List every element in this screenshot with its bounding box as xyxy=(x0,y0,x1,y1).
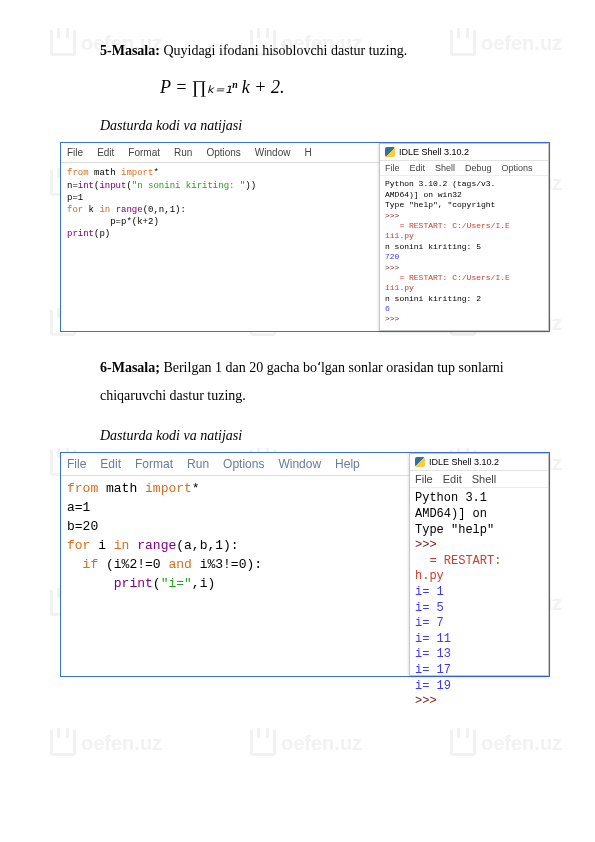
menu-item[interactable]: Edit xyxy=(97,147,114,158)
shell-body: Python 3.1 AMD64)] on Type "help" >>> = … xyxy=(410,488,548,712)
menu-item[interactable]: Window xyxy=(255,147,291,158)
shell-window-2: IDLE Shell 3.10.2 File Edit Shell Python… xyxy=(409,453,549,676)
subtitle1: Dasturda kodi va natijasi xyxy=(100,118,535,134)
menu-item[interactable]: Shell xyxy=(472,473,496,485)
menu-item[interactable]: Run xyxy=(174,147,192,158)
shell-menu: File Edit Shell Debug Options xyxy=(380,161,548,176)
menu-item[interactable]: Options xyxy=(502,163,533,173)
python-icon xyxy=(415,457,425,467)
menu-item[interactable]: Options xyxy=(206,147,240,158)
problem5-text: Quyidagi ifodani hisoblovchi dastur tuzi… xyxy=(160,43,407,58)
page-content: 5-Masala: Quyidagi ifodani hisoblovchi d… xyxy=(0,0,595,677)
subtitle2: Dasturda kodi va natijasi xyxy=(100,428,535,444)
menu-item[interactable]: Options xyxy=(223,457,264,471)
menu-item[interactable]: Format xyxy=(135,457,173,471)
problem5-label: 5-Masala: xyxy=(100,43,160,58)
shell-title: IDLE Shell 3.10.2 xyxy=(410,454,548,471)
menu-item[interactable]: Edit xyxy=(443,473,462,485)
formula: P = ∏ₖ₌₁ⁿ k + 2. xyxy=(160,76,535,98)
shell-title-text: IDLE Shell 3.10.2 xyxy=(399,147,469,157)
problem6-text: Berilgan 1 dan 20 gacha boʻlgan sonlar o… xyxy=(100,360,504,403)
menu-item[interactable]: File xyxy=(67,457,86,471)
codebox-1: File Edit Format Run Options Window H fr… xyxy=(60,142,550,332)
menu-item[interactable]: File xyxy=(415,473,433,485)
menu-item[interactable]: Edit xyxy=(100,457,121,471)
shell-body: Python 3.10.2 (tags/v3. AMD64)] on win32… xyxy=(380,176,548,327)
menu-item[interactable]: Run xyxy=(187,457,209,471)
problem5-title: 5-Masala: Quyidagi ifodani hisoblovchi d… xyxy=(100,40,535,62)
menu-item[interactable]: Edit xyxy=(410,163,426,173)
codebox-2: File Edit Format Run Options Window Help… xyxy=(60,452,550,677)
menu-item[interactable]: File xyxy=(385,163,400,173)
shell-title: IDLE Shell 3.10.2 xyxy=(380,144,548,161)
problem6-label: 6-Masala; xyxy=(100,360,160,375)
shell-window-1: IDLE Shell 3.10.2 File Edit Shell Debug … xyxy=(379,143,549,331)
menu-item[interactable]: Help xyxy=(335,457,360,471)
menu-item[interactable]: File xyxy=(67,147,83,158)
menu-item[interactable]: Format xyxy=(128,147,160,158)
python-icon xyxy=(385,147,395,157)
menu-item[interactable]: Window xyxy=(278,457,321,471)
problem6-title: 6-Masala; Berilgan 1 dan 20 gacha boʻlga… xyxy=(100,354,535,410)
shell-menu: File Edit Shell xyxy=(410,471,548,488)
shell-title-text: IDLE Shell 3.10.2 xyxy=(429,457,499,467)
menu-item[interactable]: H xyxy=(304,147,311,158)
menu-item[interactable]: Shell xyxy=(435,163,455,173)
menu-item[interactable]: Debug xyxy=(465,163,492,173)
